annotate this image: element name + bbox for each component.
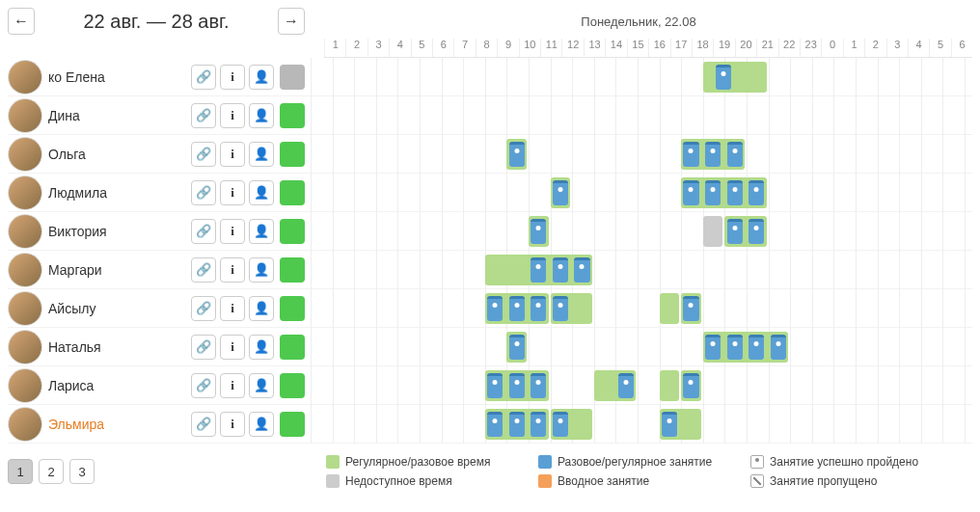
person-icon[interactable]: 👤 <box>249 142 274 167</box>
lesson-block[interactable] <box>683 142 698 167</box>
lesson-block[interactable] <box>553 296 568 321</box>
avatar[interactable] <box>8 407 42 442</box>
available-block[interactable] <box>660 370 680 401</box>
person-icon[interactable]: 👤 <box>249 219 274 244</box>
person-name[interactable]: Наталья <box>48 339 191 355</box>
link-icon[interactable]: 🔗 <box>191 412 216 437</box>
lesson-block[interactable] <box>553 412 568 437</box>
lesson-block[interactable] <box>509 412 525 437</box>
info-icon[interactable]: i <box>220 257 245 283</box>
person-name[interactable]: Айсылу <box>48 301 191 316</box>
lesson-block[interactable] <box>727 219 743 244</box>
timeline[interactable] <box>311 289 972 328</box>
link-icon[interactable]: 🔗 <box>191 373 216 398</box>
info-icon[interactable]: i <box>220 335 245 360</box>
available-block[interactable] <box>660 293 680 324</box>
person-icon[interactable]: 👤 <box>249 257 274 283</box>
person-icon[interactable]: 👤 <box>249 335 274 360</box>
prev-week-button[interactable]: ← <box>8 8 35 35</box>
person-icon[interactable]: 👤 <box>249 373 274 398</box>
lesson-block[interactable] <box>487 373 503 398</box>
lesson-block[interactable] <box>531 219 546 244</box>
timeline[interactable] <box>311 405 972 444</box>
person-name[interactable]: Дина <box>48 108 191 123</box>
lesson-block[interactable] <box>705 335 721 360</box>
page-button[interactable]: 2 <box>39 459 64 484</box>
avatar[interactable] <box>8 214 42 249</box>
person-icon[interactable]: 👤 <box>249 412 274 437</box>
person-name[interactable]: Виктория <box>48 224 191 239</box>
lesson-block[interactable] <box>531 373 546 398</box>
lesson-block[interactable] <box>487 412 503 437</box>
timeline[interactable] <box>311 135 972 174</box>
info-icon[interactable]: i <box>220 296 245 321</box>
lesson-block[interactable] <box>683 373 698 398</box>
page-button[interactable]: 1 <box>8 459 33 484</box>
unavailable-block[interactable] <box>703 216 723 247</box>
lesson-block[interactable] <box>749 219 764 244</box>
available-block[interactable] <box>703 62 767 93</box>
person-name[interactable]: Лариса <box>48 378 191 393</box>
lesson-block[interactable] <box>531 412 546 437</box>
link-icon[interactable]: 🔗 <box>191 335 216 360</box>
lesson-block[interactable] <box>683 296 698 321</box>
page-button[interactable]: 3 <box>69 459 95 484</box>
info-icon[interactable]: i <box>220 412 245 437</box>
info-icon[interactable]: i <box>220 103 245 128</box>
lesson-block[interactable] <box>509 296 525 321</box>
lesson-block[interactable] <box>705 180 721 205</box>
avatar[interactable] <box>8 291 42 326</box>
timeline[interactable] <box>311 366 972 405</box>
lesson-block[interactable] <box>509 373 525 398</box>
person-icon[interactable]: 👤 <box>249 180 274 205</box>
avatar[interactable] <box>8 98 42 133</box>
avatar[interactable] <box>8 253 42 287</box>
person-name[interactable]: Маргари <box>48 262 191 278</box>
person-name[interactable]: Ольга <box>48 147 191 162</box>
info-icon[interactable]: i <box>220 65 245 90</box>
info-icon[interactable]: i <box>220 180 245 205</box>
lesson-block[interactable] <box>531 296 546 321</box>
lesson-block[interactable] <box>683 180 698 205</box>
lesson-block[interactable] <box>727 142 743 167</box>
lesson-block[interactable] <box>749 180 764 205</box>
info-icon[interactable]: i <box>220 219 245 244</box>
person-name[interactable]: ко Елена <box>48 69 191 85</box>
avatar[interactable] <box>8 175 42 210</box>
avatar[interactable] <box>8 60 42 94</box>
lesson-block[interactable] <box>531 257 546 283</box>
lesson-block[interactable] <box>553 180 568 205</box>
lesson-block[interactable] <box>716 65 731 90</box>
lesson-block[interactable] <box>509 335 525 360</box>
timeline[interactable] <box>311 328 972 366</box>
link-icon[interactable]: 🔗 <box>191 65 216 90</box>
timeline[interactable] <box>311 212 972 251</box>
person-icon[interactable]: 👤 <box>249 296 274 321</box>
lesson-block[interactable] <box>771 335 786 360</box>
lesson-block[interactable] <box>509 142 525 167</box>
link-icon[interactable]: 🔗 <box>191 180 216 205</box>
person-icon[interactable]: 👤 <box>249 103 274 128</box>
info-icon[interactable]: i <box>220 373 245 398</box>
link-icon[interactable]: 🔗 <box>191 103 216 128</box>
lesson-block[interactable] <box>727 180 743 205</box>
lesson-block[interactable] <box>487 296 503 321</box>
lesson-block[interactable] <box>705 142 721 167</box>
lesson-block[interactable] <box>727 335 743 360</box>
timeline[interactable] <box>311 251 972 289</box>
timeline[interactable] <box>311 174 972 212</box>
person-name[interactable]: Людмила <box>48 185 191 201</box>
avatar[interactable] <box>8 330 42 364</box>
person-name[interactable]: Эльмира <box>48 417 191 432</box>
lesson-block[interactable] <box>618 373 634 398</box>
avatar[interactable] <box>8 137 42 172</box>
next-week-button[interactable]: → <box>278 8 305 35</box>
timeline[interactable] <box>311 58 972 96</box>
avatar[interactable] <box>8 368 42 403</box>
link-icon[interactable]: 🔗 <box>191 296 216 321</box>
lesson-block[interactable] <box>553 257 568 283</box>
info-icon[interactable]: i <box>220 142 245 167</box>
link-icon[interactable]: 🔗 <box>191 257 216 283</box>
person-icon[interactable]: 👤 <box>249 65 274 90</box>
lesson-block[interactable] <box>574 257 589 283</box>
